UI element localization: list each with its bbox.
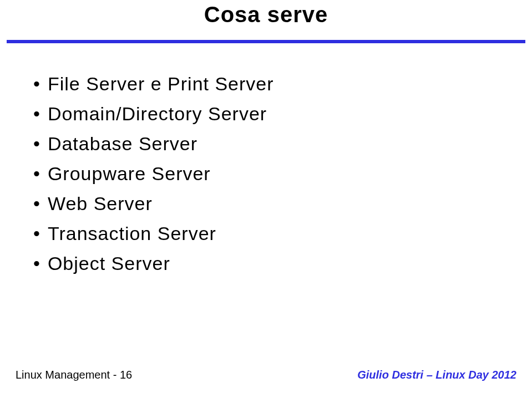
list-item-text: File Server e Print Server xyxy=(48,72,274,95)
bullet-icon: • xyxy=(33,252,40,275)
footer-author-event: Giulio Destri – Linux Day 2012 xyxy=(357,369,516,381)
bullet-icon: • xyxy=(33,102,40,125)
list-item-text: Transaction Server xyxy=(48,222,216,245)
list-item-text: Database Server xyxy=(48,132,197,155)
list-item: • Groupware Server xyxy=(33,162,274,185)
list-item: • Domain/Directory Server xyxy=(33,102,274,125)
list-item: • Database Server xyxy=(33,132,274,155)
list-item-text: Domain/Directory Server xyxy=(48,102,267,125)
bullet-list: • File Server e Print Server • Domain/Di… xyxy=(33,72,274,282)
list-item: • Web Server xyxy=(33,192,274,215)
slide: Cosa serve • File Server e Print Server … xyxy=(0,0,532,398)
bullet-icon: • xyxy=(33,162,40,185)
slide-title: Cosa serve xyxy=(0,2,532,27)
list-item: • Transaction Server xyxy=(33,222,274,245)
bullet-icon: • xyxy=(33,132,40,155)
bullet-icon: • xyxy=(33,72,40,95)
list-item: • Object Server xyxy=(33,252,274,275)
list-item-text: Web Server xyxy=(48,192,153,215)
footer-page-info: Linux Management - 16 xyxy=(16,369,132,381)
bullet-icon: • xyxy=(33,222,40,245)
bullet-icon: • xyxy=(33,192,40,215)
list-item-text: Groupware Server xyxy=(48,162,211,185)
list-item: • File Server e Print Server xyxy=(33,72,274,95)
title-underline xyxy=(7,40,525,43)
list-item-text: Object Server xyxy=(48,252,170,275)
